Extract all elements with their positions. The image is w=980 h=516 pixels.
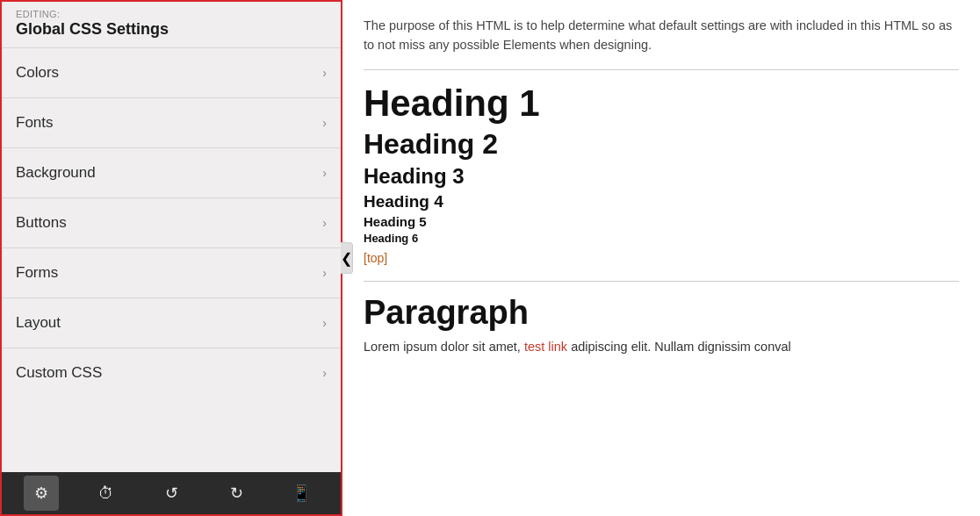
sidebar-item-layout[interactable]: Layout › (2, 297, 341, 348)
heading-6: Heading 6 (364, 232, 959, 245)
editing-label: EDITING: (16, 9, 327, 19)
sidebar-item-forms[interactable]: Forms › (2, 247, 341, 297)
chevron-right-icon: › (322, 116, 327, 130)
main-content: The purpose of this HTML is to help dete… (342, 0, 980, 516)
top-anchor-link[interactable]: [top] (364, 251, 387, 265)
divider-2 (364, 281, 959, 282)
heading-4: Heading 4 (364, 192, 959, 211)
sidebar-item-buttons[interactable]: Buttons › (2, 197, 341, 247)
chevron-right-icon: › (322, 166, 327, 180)
sidebar-item-label-colors: Colors (16, 64, 59, 82)
sidebar-item-background[interactable]: Background › (2, 147, 341, 197)
intro-text: The purpose of this HTML is to help dete… (364, 16, 959, 55)
sidebar-item-label-buttons: Buttons (16, 214, 67, 232)
chevron-right-icon: › (322, 66, 327, 80)
sidebar: EDITING: Global CSS Settings Colors › Fo… (0, 0, 342, 516)
undo-toolbar-button[interactable]: ↺ (154, 476, 189, 511)
heading-2: Heading 2 (364, 128, 959, 161)
sidebar-item-label-layout: Layout (16, 314, 61, 332)
undo-icon: ↺ (165, 484, 178, 503)
sidebar-item-label-custom-css: Custom CSS (16, 364, 102, 382)
divider-1 (364, 69, 959, 70)
mobile-icon: 📱 (292, 484, 311, 503)
sidebar-item-label-background: Background (16, 164, 96, 182)
collapse-sidebar-button[interactable]: ❮ (341, 242, 353, 274)
history-icon: ⏱ (98, 484, 114, 503)
bottom-toolbar: ⚙⏱↺↻📱 (2, 472, 341, 514)
sidebar-item-colors[interactable]: Colors › (2, 47, 341, 97)
settings-toolbar-button[interactable]: ⚙ (24, 476, 59, 511)
history-toolbar-button[interactable]: ⏱ (89, 476, 124, 511)
settings-icon: ⚙ (34, 484, 48, 503)
chevron-right-icon: › (322, 366, 327, 380)
sidebar-item-fonts[interactable]: Fonts › (2, 97, 341, 147)
heading-1: Heading 1 (364, 82, 959, 125)
paragraph-heading: Paragraph (364, 294, 959, 332)
chevron-right-icon: › (322, 216, 327, 230)
chevron-left-icon: ❮ (341, 250, 352, 267)
test-link[interactable]: test link (524, 340, 567, 354)
redo-toolbar-button[interactable]: ↻ (219, 476, 254, 511)
sidebar-item-custom-css[interactable]: Custom CSS › (2, 348, 341, 398)
sidebar-title: Global CSS Settings (16, 20, 327, 39)
heading-5: Heading 5 (364, 214, 959, 229)
sidebar-header: EDITING: Global CSS Settings (2, 2, 341, 47)
mobile-toolbar-button[interactable]: 📱 (284, 476, 319, 511)
sidebar-item-label-forms: Forms (16, 264, 58, 282)
redo-icon: ↻ (230, 484, 243, 503)
heading-3: Heading 3 (364, 164, 959, 189)
sidebar-item-label-fonts: Fonts (16, 114, 54, 132)
paragraph-text: Lorem ipsum dolor sit amet, test link ad… (364, 337, 959, 357)
chevron-right-icon: › (322, 266, 327, 280)
chevron-right-icon: › (322, 316, 327, 330)
sidebar-menu: Colors › Fonts › Background › Buttons › … (2, 47, 341, 472)
